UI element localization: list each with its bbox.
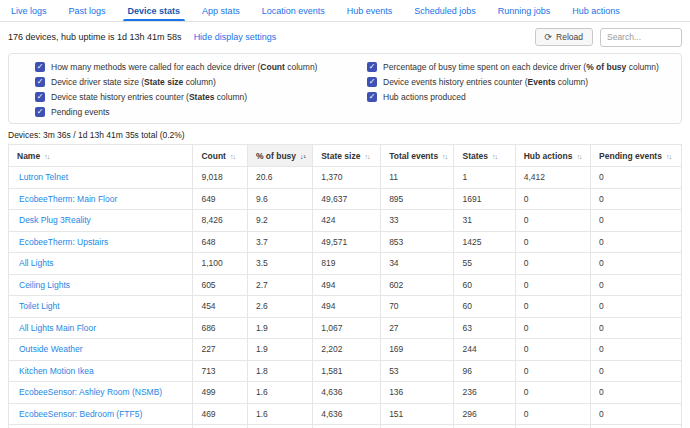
tab-app-stats[interactable]: App stats	[191, 0, 251, 21]
column-header-states[interactable]: States↑↓	[454, 145, 515, 167]
busy-cell: 9.2	[247, 210, 312, 232]
column-label: Pending events	[599, 151, 662, 161]
column-label: States	[462, 151, 488, 161]
pending-events-cell: 0	[591, 360, 682, 382]
hub-uptime-summary: 176 devices, hub uptime is 1d 13h 41m 58…	[8, 32, 182, 42]
tab-hub-actions[interactable]: Hub actions	[561, 0, 631, 21]
table-row: Lutron Telnet9,01820.61,3701114,4120	[9, 167, 682, 189]
tab-past-logs[interactable]: Past logs	[58, 0, 117, 21]
device-link[interactable]: Outside Weather	[19, 344, 83, 354]
total-events-cell: 70	[381, 296, 454, 318]
count-cell: 713	[193, 360, 248, 382]
reload-button[interactable]: ⟳ Reload	[535, 28, 593, 46]
pending-events-cell: 0	[591, 425, 682, 428]
busy-cell: 2.7	[247, 274, 312, 296]
settings-column-right: ✓Percentage of busy time spent on each d…	[345, 61, 677, 117]
total-events-cell: 33	[381, 210, 454, 232]
states-cell: 60	[454, 274, 515, 296]
states-cell: 55	[454, 253, 515, 275]
sort-icon: ↑↓	[442, 153, 447, 160]
count-cell: 9,018	[193, 167, 248, 189]
checkbox-pending-events[interactable]: ✓	[35, 107, 45, 117]
column-header-total-events[interactable]: Total events↑↓	[381, 145, 454, 167]
pending-events-cell: 0	[591, 210, 682, 232]
state-size-cell: 49,637	[313, 188, 381, 210]
device-link[interactable]: Lutron Telnet	[19, 172, 68, 182]
checkbox-events[interactable]: ✓	[367, 77, 377, 87]
table-row: All Lights1,1003.5819345500	[9, 253, 682, 275]
count-cell: 454	[193, 296, 248, 318]
states-cell: 96	[454, 360, 515, 382]
tab-scheduled-jobs[interactable]: Scheduled jobs	[403, 0, 487, 21]
hub-actions-cell: 0	[515, 231, 590, 253]
hub-actions-cell: 0	[515, 210, 590, 232]
pending-events-cell: 0	[591, 296, 682, 318]
pending-events-cell: 0	[591, 274, 682, 296]
device-link[interactable]: EcobeeTherm: Main Floor	[19, 194, 117, 204]
column-header-count[interactable]: Count↑↓	[193, 145, 248, 167]
device-link[interactable]: Kitchen Motion Ikea	[19, 366, 94, 376]
pending-events-cell: 0	[591, 317, 682, 339]
count-cell: 499	[193, 382, 248, 404]
column-label: Count	[201, 151, 226, 161]
checkbox-states[interactable]: ✓	[35, 92, 45, 102]
tab-location-events[interactable]: Location events	[251, 0, 336, 21]
column-header-name[interactable]: Name↑↓	[9, 145, 193, 167]
checkbox-label: How many methods were called for each de…	[51, 62, 317, 72]
device-link[interactable]: EcobeeTherm: Upstairs	[19, 237, 108, 247]
device-name-cell: Lutron Telnet	[9, 167, 193, 189]
table-row: Outside Weather2271.92,20216924400	[9, 339, 682, 361]
device-link[interactable]: Ceiling Lights	[19, 280, 70, 290]
total-events-cell: 151	[381, 403, 454, 425]
column-header-hub-actions[interactable]: Hub actions↑↓	[515, 145, 590, 167]
setting-row-events: ✓Device events history entries counter (…	[345, 76, 677, 87]
total-events-cell: 11	[381, 167, 454, 189]
busy-cell: 20.6	[247, 167, 312, 189]
device-link[interactable]: EcobeeSensor: Bedroom (FTF5)	[19, 409, 142, 419]
column-header-of-busy[interactable]: % of busy↓¹	[247, 145, 312, 167]
tab-hub-events[interactable]: Hub events	[336, 0, 404, 21]
tab-live-logs[interactable]: Live logs	[0, 0, 58, 21]
hide-display-settings-link[interactable]: Hide display settings	[194, 32, 277, 42]
state-size-cell: 819	[313, 253, 381, 275]
total-events-cell: 853	[381, 231, 454, 253]
state-size-cell: 1,067	[313, 317, 381, 339]
device-name-cell: EcobeeSensor: Bedroom (FTF5)	[9, 403, 193, 425]
table-body: Lutron Telnet9,01820.61,3701114,4120Ecob…	[9, 167, 682, 428]
device-link[interactable]: EcobeeSensor: Ashley Room (NSMB)	[19, 387, 162, 397]
device-name-cell: EcobeeTherm: Main Floor	[9, 188, 193, 210]
table-row: Kitchen Motion Ikea7131.81,581539600	[9, 360, 682, 382]
hub-actions-cell: 0	[515, 360, 590, 382]
devices-total-summary: Devices: 3m 36s / 1d 13h 41m 35s total (…	[0, 124, 690, 144]
tab-device-stats[interactable]: Device stats	[117, 0, 192, 21]
device-link[interactable]: All Lights	[19, 258, 54, 268]
device-name-cell: EcobeeSensor: Kitchen (ZRY3)	[9, 425, 193, 428]
hub-actions-cell: 0	[515, 274, 590, 296]
busy-cell: 1.5	[247, 425, 312, 428]
tab-running-jobs[interactable]: Running jobs	[487, 0, 562, 21]
device-name-cell: Kitchen Motion Ikea	[9, 360, 193, 382]
device-link[interactable]: Desk Plug 3Reality	[19, 215, 91, 225]
device-name-cell: EcobeeSensor: Ashley Room (NSMB)	[9, 382, 193, 404]
state-size-cell: 1,370	[313, 167, 381, 189]
search-input[interactable]	[600, 28, 682, 47]
checkbox-count[interactable]: ✓	[35, 62, 45, 72]
state-size-cell: 49,571	[313, 231, 381, 253]
setting-row-state-size: ✓Device driver state size (State size co…	[13, 76, 345, 87]
device-link[interactable]: Toilet Light	[19, 301, 60, 311]
sort-icon: ↑↓	[492, 153, 497, 160]
device-link[interactable]: All Lights Main Floor	[19, 323, 96, 333]
hub-actions-cell: 0	[515, 403, 590, 425]
checkbox-hub-actions-produced[interactable]: ✓	[367, 92, 377, 102]
sort-icon: ↑↓	[230, 153, 235, 160]
table-row: All Lights Main Floor6861.91,067276300	[9, 317, 682, 339]
checkbox-state-size[interactable]: ✓	[35, 77, 45, 87]
checkbox-label: Percentage of busy time spent on each de…	[383, 62, 659, 72]
column-label: Total events	[389, 151, 438, 161]
setting-row-hub-actions-produced: ✓Hub actions produced	[345, 91, 677, 102]
table-row: EcobeeSensor: Kitchen (ZRY3)4521.54,6241…	[9, 425, 682, 428]
checkbox-of-busy[interactable]: ✓	[367, 62, 377, 72]
column-label: Hub actions	[524, 151, 573, 161]
column-header-state-size[interactable]: State size↑↓	[313, 145, 381, 167]
column-header-pending-events[interactable]: Pending events↑↓	[591, 145, 682, 167]
